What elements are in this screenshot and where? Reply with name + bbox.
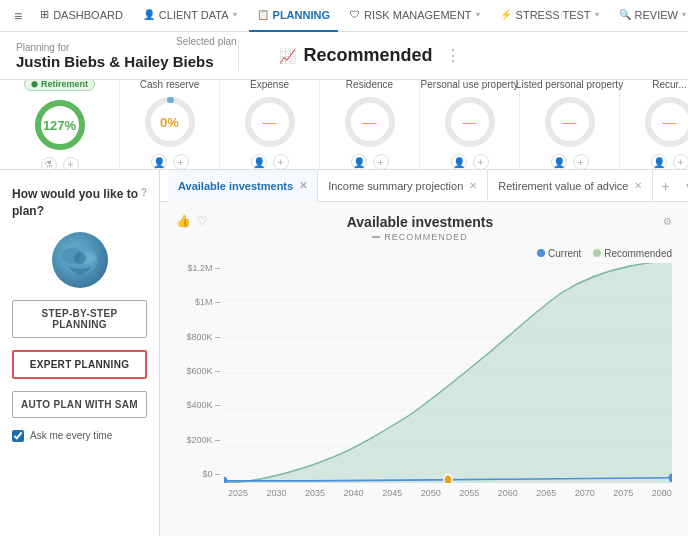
tab-retirement-label: Retirement value of advice <box>498 180 628 192</box>
add-icon[interactable]: + <box>173 154 189 170</box>
nav-review-label: REVIEW <box>635 9 678 21</box>
person-icon[interactable]: 👤 <box>151 154 167 170</box>
add-icon[interactable]: + <box>473 154 489 170</box>
x-2040: 2040 <box>344 488 364 498</box>
svg-point-12 <box>74 252 86 264</box>
add-icon[interactable]: + <box>273 154 289 170</box>
cash-reserve-donut: 0% <box>142 94 198 150</box>
tab-available-investments[interactable]: Available investments ✕ <box>168 170 318 202</box>
nav-dashboard[interactable]: ⊞ DASHBOARD <box>32 0 131 32</box>
current-mid-dot <box>444 475 452 483</box>
tab-add-button[interactable]: + <box>653 178 677 194</box>
chart-tools: 👍 ♡ <box>176 214 208 228</box>
dashboard-icon: ⊞ <box>40 8 49 21</box>
personal-use-donut: — <box>442 94 498 150</box>
listed-actions: 👤 + <box>551 154 589 170</box>
personal-use-actions: 👤 + <box>451 154 489 170</box>
add-icon[interactable]: + <box>373 154 389 170</box>
person-icon[interactable]: 👤 <box>651 154 667 170</box>
chevron-down-icon: ▾ <box>233 10 237 19</box>
x-2070: 2070 <box>575 488 595 498</box>
person-icon[interactable]: 👤 <box>351 154 367 170</box>
recurring-dash: — <box>663 114 677 130</box>
residence-label: Residence <box>346 80 393 90</box>
selected-plan-label: Selected plan <box>176 36 237 47</box>
gauge-listed-personal: Listed personal property — 👤 + <box>520 80 620 169</box>
nav-planning[interactable]: 📋 PLANNING <box>249 0 338 32</box>
person-icon[interactable]: 👤 <box>551 154 567 170</box>
cash-reserve-label: Cash reserve <box>140 80 199 90</box>
gauge-expense: Expense — 👤 + <box>220 80 320 169</box>
chart-settings-icon[interactable]: ⚙ <box>663 216 672 227</box>
y-label-800: $800K – <box>186 332 220 342</box>
expert-planning-button[interactable]: EXPERT PLANNING <box>12 350 147 379</box>
y-label-200: $200K – <box>186 435 220 445</box>
nav-risk-label: RISK MANAGEMENT <box>364 9 472 21</box>
left-sidebar: How would you like to plan? ? STEP-BY-ST… <box>0 170 160 536</box>
x-axis: 2025 2030 2035 2040 2045 2050 2055 2060 … <box>228 483 672 503</box>
y-label-400: $400K – <box>186 400 220 410</box>
info-icon[interactable]: ? <box>141 186 147 200</box>
residence-actions: 👤 + <box>351 154 389 170</box>
auto-plan-button[interactable]: AUTO PLAN WITH SAM <box>12 391 147 418</box>
nav-planning-label: PLANNING <box>273 9 330 21</box>
tab-close-retirement[interactable]: ✕ <box>634 180 642 191</box>
chart-container: $1.2M – $1M – $800K – $600K – $400K – $2… <box>176 263 672 503</box>
header-divider <box>238 40 239 71</box>
tab-close-income[interactable]: ✕ <box>469 180 477 191</box>
tab-income-label: Income summary projection <box>328 180 463 192</box>
right-content: Available investments ✕ Income summary p… <box>160 170 688 536</box>
tab-retirement-value[interactable]: Retirement value of advice ✕ <box>488 170 653 202</box>
x-2060: 2060 <box>498 488 518 498</box>
gauge-retirement: Retirement 127% ⚗ + <box>0 80 120 169</box>
tab-overflow-chevron[interactable]: ▾ <box>678 180 688 191</box>
nav-client-data[interactable]: 👤 CLIENT DATA ▾ <box>135 0 245 32</box>
hamburger-menu[interactable]: ≡ <box>8 8 28 24</box>
y-label-1200: $1.2M – <box>187 263 220 273</box>
recommended-dot <box>593 249 601 257</box>
tab-close-available[interactable]: ✕ <box>299 180 307 191</box>
y-axis: $1.2M – $1M – $800K – $600K – $400K – $2… <box>176 263 224 479</box>
legend-current-label: Current <box>548 248 581 259</box>
retirement-actions: ⚗ + <box>41 157 79 171</box>
thumbs-down-icon[interactable]: ♡ <box>197 214 208 228</box>
plan-more-button[interactable]: ⋮ <box>445 46 461 65</box>
planning-icon: 📋 <box>257 9 269 20</box>
nav-review[interactable]: 🔍 REVIEW ▾ <box>611 0 688 32</box>
flask-icon[interactable]: ⚗ <box>41 157 57 171</box>
nav-stress-test[interactable]: ⚡ STRESS TEST ▾ <box>492 0 607 32</box>
chevron-down-icon: ▾ <box>682 10 686 19</box>
chart-svg <box>224 263 672 483</box>
expense-donut: — <box>242 94 298 150</box>
add-icon[interactable]: + <box>573 154 589 170</box>
add-icon[interactable]: + <box>673 154 689 170</box>
gauge-cash-reserve: Cash reserve 0% 👤 + <box>120 80 220 169</box>
tab-income-summary[interactable]: Income summary projection ✕ <box>318 170 488 202</box>
tab-available-investments-label: Available investments <box>178 180 293 192</box>
personal-use-label: Personal use property <box>421 80 519 90</box>
main-area: How would you like to plan? ? STEP-BY-ST… <box>0 170 688 536</box>
ask-me-checkbox[interactable] <box>12 430 24 442</box>
person-icon[interactable]: 👤 <box>451 154 467 170</box>
review-icon: 🔍 <box>619 9 631 20</box>
person-icon[interactable]: 👤 <box>251 154 267 170</box>
x-2050: 2050 <box>421 488 441 498</box>
plan-chart-icon: 📈 <box>279 48 296 64</box>
gauge-row: Retirement 127% ⚗ + Cash reserve 0% 👤 + <box>0 80 688 170</box>
x-2075: 2075 <box>613 488 633 498</box>
nav-risk-management[interactable]: 🛡 RISK MANAGEMENT ▾ <box>342 0 488 32</box>
legend-current: Current <box>537 248 581 259</box>
y-label-1000: $1M – <box>195 297 220 307</box>
legend-recommended-label: Recommended <box>604 248 672 259</box>
ask-me-label: Ask me every time <box>30 430 112 441</box>
gauge-personal-use: Personal use property — 👤 + <box>420 80 520 169</box>
cash-actions: 👤 + <box>151 154 189 170</box>
stress-icon: ⚡ <box>500 9 512 20</box>
client-data-icon: 👤 <box>143 9 155 20</box>
add-icon[interactable]: + <box>63 157 79 171</box>
nav-dashboard-label: DASHBOARD <box>53 9 123 21</box>
step-by-step-button[interactable]: STEP-BY-STEP PLANNING <box>12 300 147 338</box>
thumbs-up-icon[interactable]: 👍 <box>176 214 191 228</box>
nav-stress-label: STRESS TEST <box>516 9 591 21</box>
expense-label: Expense <box>250 80 289 90</box>
